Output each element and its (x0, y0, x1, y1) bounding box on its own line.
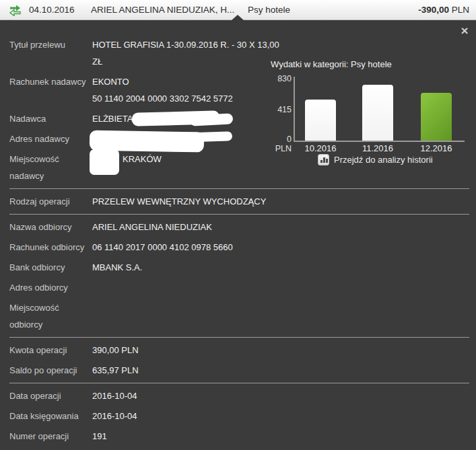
detail-label: Tytuł przelewu (9, 36, 92, 70)
amount-currency: PLN (449, 5, 469, 15)
separator (9, 383, 469, 383)
x-axis-tick: 11.2016 (354, 143, 401, 153)
redaction-blob (190, 113, 234, 126)
detail-value-line: MBANK S.A. (92, 259, 469, 276)
detail-row: Rodzaj operacjiPRZELEW WEWNĘTRZNY WYCHOD… (9, 193, 469, 210)
detail-value-line: 2016-10-04 (92, 408, 469, 424)
detail-label: Nazwa odbiorcy (9, 219, 92, 235)
detail-label: Adres odbiorcy (9, 279, 92, 296)
detail-value: MBANK S.A. (92, 259, 469, 276)
detail-label: Bank odbiorcy (9, 259, 92, 276)
detail-label: Rachunek nadawcy (9, 73, 92, 107)
detail-value-line (92, 279, 469, 296)
detail-label: Data księgowania (9, 408, 92, 424)
detail-label: Nadawca (9, 110, 92, 127)
detail-value-line: PRZELEW WEWNĘTRZNY WYCHODZĄCY (92, 193, 469, 210)
transaction-detail-page: 04.10.2016 ARIEL ANGELINA NIEDUZIAK, H..… (0, 0, 476, 450)
redaction-blob (90, 149, 119, 175)
detail-value: 2016-10-04 (92, 387, 469, 404)
detail-row: Data księgowania2016-10-04 (9, 408, 469, 424)
detail-value-line: 390,00 PLN (92, 342, 469, 359)
x-axis-tick: 12.2016 (413, 143, 460, 153)
detail-row: Saldo po operacji635,97 PLN (9, 362, 469, 379)
transaction-date: 04.10.2016 (29, 0, 75, 20)
detail-row: Nazwa odbiorcyARIEL ANGELINA NIEDUZIAK (9, 219, 469, 235)
detail-row: Data operacji2016-10-04 (9, 387, 469, 404)
chart-bar-12.2016 (421, 93, 452, 142)
detail-value (92, 299, 469, 333)
detail-label: Rodzaj operacji (9, 193, 92, 210)
detail-value-line: 635,97 PLN (92, 362, 469, 379)
detail-value: ARIEL ANGELINA NIEDUZIAK (92, 219, 469, 235)
detail-label: Miejscowość odbiorcy (9, 299, 92, 333)
history-analysis-label: Przejdź do analizy historii (334, 155, 433, 165)
detail-value-line: 2016-10-04 (92, 387, 469, 404)
detail-value-line: 06 1140 2017 0000 4102 0978 5660 (92, 239, 469, 256)
detail-value-line (92, 299, 469, 316)
detail-value: 635,97 PLN (92, 362, 469, 379)
transfer-arrows-icon (9, 5, 21, 16)
detail-value: 2016-10-04 (92, 408, 469, 424)
detail-row: Miejscowość odbiorcy (9, 299, 469, 333)
detail-row: Adres odbiorcy (9, 279, 469, 296)
detail-value-line: ARIEL ANGELINA NIEDUZIAK (92, 219, 469, 235)
detail-value (92, 279, 469, 296)
chart-bar-11.2016 (362, 85, 393, 142)
transaction-counterparty: ARIEL ANGELINA NIEDUZIAK, H... (91, 0, 234, 20)
bar-chart-icon (318, 154, 329, 165)
chart-title: Wydatki w kategorii: Psy hotele (271, 59, 392, 69)
y-axis-tick: 830 (269, 74, 292, 83)
chart-y-axis (294, 77, 295, 142)
amount-value: -390,00 (418, 5, 449, 15)
detail-label: Rachunek odbiorcy (9, 239, 92, 256)
detail-row: Kwota operacji390,00 PLN (9, 342, 469, 359)
chart-bar-10.2016 (305, 100, 336, 142)
detail-value: 06 1140 2017 0000 4102 0978 5660 (92, 239, 469, 256)
detail-label: Miejscowość nadawcy (9, 151, 92, 184)
separator (9, 188, 469, 189)
chart-x-axis (294, 141, 465, 142)
transaction-amount: -390,00 PLN (418, 0, 469, 20)
x-axis-tick: 10.2016 (297, 143, 344, 153)
expanded-row-pointer-icon (232, 15, 244, 20)
detail-row: Bank odbiorcyMBANK S.A. (9, 259, 469, 276)
y-axis-tick: 415 (269, 105, 292, 114)
detail-label: Adres nadawcy (9, 130, 92, 147)
detail-row: Rachunek odbiorcy06 1140 2017 0000 4102 … (9, 239, 469, 256)
detail-label: Data operacji (9, 387, 92, 404)
category-spending-chart: Wydatki w kategorii: Psy hotele 8304150 … (269, 40, 471, 175)
y-axis-tick: 0 PLN (269, 135, 292, 153)
detail-value: 390,00 PLN (92, 342, 469, 359)
history-analysis-link[interactable]: Przejdź do analizy historii (318, 154, 433, 165)
action-buttons: PotwierdzeniePonówZapisz OdbiorcęEdytuj (0, 441, 476, 450)
separator (9, 337, 469, 338)
detail-label: Saldo po operacji (9, 362, 92, 379)
separator (9, 214, 469, 215)
detail-label: Kwota operacji (9, 342, 92, 359)
detail-value: PRZELEW WEWNĘTRZNY WYCHODZĄCY (92, 193, 469, 210)
transaction-category[interactable]: Psy hotele (248, 0, 290, 20)
transaction-detail-panel: × Tytuł przelewuHOTEL GRAFISIA 1-30.09.2… (0, 20, 476, 450)
